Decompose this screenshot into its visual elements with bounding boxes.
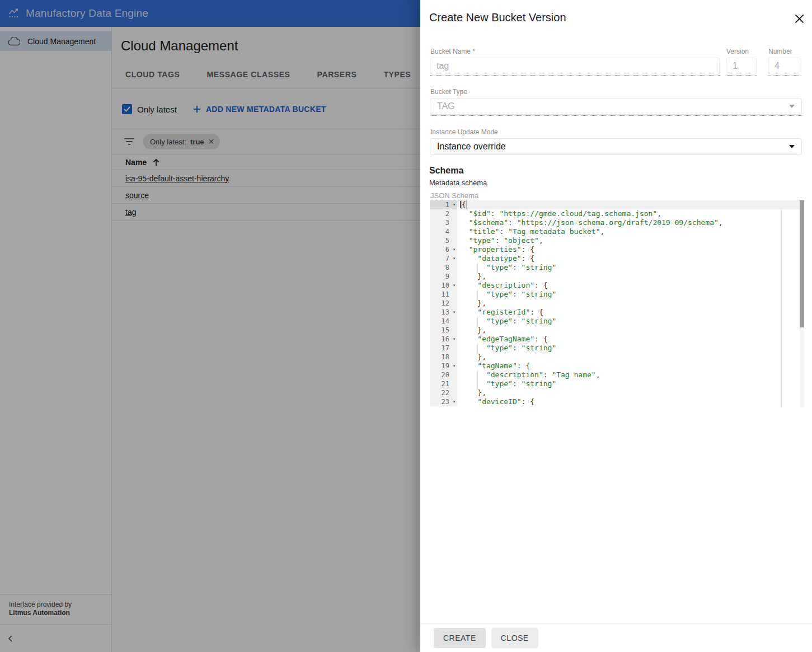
- editor-code-text: },: [457, 388, 486, 397]
- editor-code-text: "deviceID": {: [457, 397, 534, 406]
- create-button[interactable]: CREATE: [434, 628, 486, 648]
- editor-line-number: 22: [430, 388, 457, 397]
- editor-code-text: "type": "object",: [457, 236, 543, 245]
- editor-line[interactable]: 17 "type": "string": [430, 344, 804, 353]
- editor-scrollbar-thumb[interactable]: [800, 200, 804, 327]
- editor-code-text: "type": "string": [457, 263, 556, 272]
- close-button[interactable]: CLOSE: [491, 628, 538, 648]
- bucket-type-label: Bucket Type: [430, 88, 467, 96]
- editor-line-number: 3: [430, 218, 457, 227]
- editor-line[interactable]: 16▾ "edgeTagName": {: [430, 335, 804, 344]
- editor-line-number: 6▾: [430, 245, 457, 254]
- editor-code-text: "type": "string": [457, 344, 556, 353]
- fold-arrow-icon[interactable]: ▾: [453, 397, 456, 406]
- editor-line[interactable]: 11 "type": "string": [430, 290, 804, 299]
- editor-code-text: "datatype": {: [457, 254, 534, 263]
- editor-lines: 1▾{2 "$id": "https://gmde.cloud/tag.sche…: [430, 200, 804, 406]
- create-bucket-version-drawer: Create New Bucket Version Bucket Name * …: [420, 0, 812, 652]
- editor-line-number: 4: [430, 227, 457, 236]
- fold-arrow-icon[interactable]: ▾: [453, 308, 456, 317]
- editor-code-text: },: [457, 326, 486, 335]
- editor-scrollbar[interactable]: [800, 200, 804, 407]
- editor-line[interactable]: 9 },: [430, 272, 804, 281]
- editor-code-text: "tagName": {: [457, 362, 530, 370]
- fold-arrow-icon[interactable]: ▾: [453, 254, 456, 263]
- update-mode-label: Instance Update Mode: [430, 128, 498, 136]
- bucket-name-label: Bucket Name *: [430, 48, 475, 55]
- editor-line-number: 5: [430, 236, 457, 245]
- editor-code-text: "registerId": {: [457, 308, 543, 317]
- json-schema-label: JSON Schema: [430, 191, 478, 200]
- editor-line[interactable]: 21 "type": "string": [430, 379, 804, 388]
- fold-arrow-icon[interactable]: ▾: [453, 281, 456, 290]
- editor-line-number: 10▾: [430, 281, 457, 290]
- fold-arrow-icon[interactable]: ▾: [453, 200, 456, 209]
- fold-arrow-icon[interactable]: ▾: [453, 335, 456, 344]
- bucket-type-underline: [430, 115, 802, 116]
- editor-line-number: 8: [430, 263, 457, 272]
- editor-line-number: 9: [430, 272, 457, 281]
- bucket-name-underline: [430, 75, 720, 76]
- editor-line[interactable]: 5 "type": "object",: [430, 236, 804, 245]
- editor-line[interactable]: 3 "$schema": "https://json-schema.org/dr…: [430, 218, 804, 227]
- dropdown-arrow-icon: [789, 145, 795, 148]
- editor-line-number: 11: [430, 290, 457, 299]
- fold-arrow-icon[interactable]: ▾: [453, 245, 456, 254]
- editor-line-number: 23▾: [430, 397, 457, 406]
- editor-code-text: },: [457, 299, 486, 308]
- close-icon[interactable]: [793, 12, 805, 25]
- editor-line[interactable]: 20 "description": "Tag name",: [430, 370, 804, 379]
- drawer-title: Create New Bucket Version: [429, 11, 566, 24]
- editor-line[interactable]: 22 },: [430, 388, 804, 397]
- editor-line[interactable]: 18 },: [430, 353, 804, 362]
- dropdown-arrow-icon: [789, 105, 795, 108]
- bucket-name-input[interactable]: [430, 58, 720, 74]
- editor-line[interactable]: 14 "type": "string": [430, 317, 804, 326]
- version-label: Version: [726, 48, 749, 55]
- editor-code-text: "$schema": "https://json-schema.org/draf…: [457, 218, 723, 227]
- editor-line[interactable]: 13▾ "registerId": {: [430, 308, 804, 317]
- editor-line[interactable]: 12 },: [430, 299, 804, 308]
- editor-code-text: "type": "string": [457, 317, 556, 326]
- editor-line-number: 13▾: [430, 308, 457, 317]
- editor-line-number: 20: [430, 370, 457, 379]
- editor-line[interactable]: 10▾ "description": {: [430, 281, 804, 290]
- editor-code-text: {: [457, 200, 466, 209]
- editor-line-number: 21: [430, 379, 457, 388]
- editor-code-text: "type": "string": [457, 290, 556, 299]
- schema-subheading: Metadata schema: [429, 179, 487, 187]
- editor-code-text: },: [457, 272, 486, 281]
- editor-line[interactable]: 8 "type": "string": [430, 263, 804, 272]
- editor-line-number: 2: [430, 209, 457, 218]
- editor-line[interactable]: 2 "$id": "https://gmde.cloud/tag.schema.…: [430, 209, 804, 218]
- editor-line-number: 1▾: [430, 200, 457, 209]
- editor-line[interactable]: 7▾ "datatype": {: [430, 254, 804, 263]
- editor-code-text: "description": {: [457, 281, 548, 290]
- editor-code-text: "edgeTagName": {: [457, 335, 548, 344]
- editor-line-number: 7▾: [430, 254, 457, 263]
- editor-line[interactable]: 23▾ "deviceID": {: [430, 397, 804, 406]
- editor-line[interactable]: 15 },: [430, 326, 804, 335]
- editor-line[interactable]: 4 "title": "Tag metadata bucket",: [430, 227, 804, 236]
- fold-arrow-icon[interactable]: ▾: [453, 362, 456, 370]
- editor-line-number: 17: [430, 344, 457, 353]
- schema-heading: Schema: [429, 166, 463, 176]
- number-underline: [768, 75, 801, 76]
- editor-line-number: 19▾: [430, 362, 457, 370]
- editor-line[interactable]: 19▾ "tagName": {: [430, 362, 804, 370]
- update-mode-select[interactable]: Instance override: [430, 138, 802, 155]
- version-input[interactable]: [726, 58, 757, 74]
- number-label: Number: [768, 48, 792, 55]
- editor-code-text: "title": "Tag metadata bucket",: [457, 227, 604, 236]
- editor-line[interactable]: 1▾{: [430, 200, 804, 209]
- drawer-footer: CREATE CLOSE: [420, 623, 812, 652]
- editor-line-number: 18: [430, 353, 457, 362]
- editor-line-number: 12: [430, 299, 457, 308]
- editor-code-text: "type": "string": [457, 379, 556, 388]
- editor-code-text: "properties": {: [457, 245, 534, 254]
- editor-code-text: },: [457, 353, 486, 362]
- editor-line[interactable]: 6▾ "properties": {: [430, 245, 804, 254]
- bucket-type-select[interactable]: TAG: [430, 98, 802, 115]
- json-schema-editor[interactable]: 1▾{2 "$id": "https://gmde.cloud/tag.sche…: [430, 200, 804, 407]
- number-input[interactable]: [768, 58, 801, 74]
